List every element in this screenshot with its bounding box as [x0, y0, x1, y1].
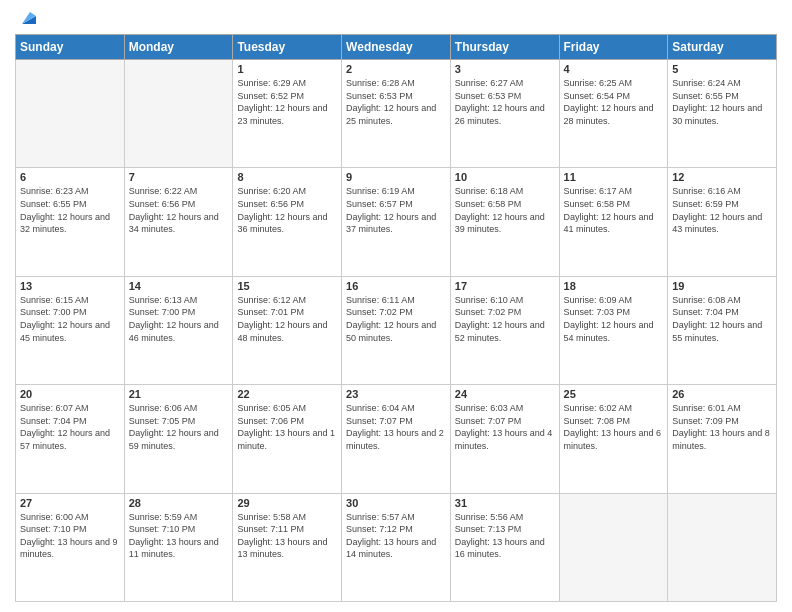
day-number: 11 — [564, 171, 664, 183]
day-number: 1 — [237, 63, 337, 75]
day-number: 12 — [672, 171, 772, 183]
calendar-cell: 25Sunrise: 6:02 AM Sunset: 7:08 PM Dayli… — [559, 385, 668, 493]
day-info: Sunrise: 6:09 AM Sunset: 7:03 PM Dayligh… — [564, 294, 664, 344]
day-info: Sunrise: 6:29 AM Sunset: 6:52 PM Dayligh… — [237, 77, 337, 127]
calendar-week-3: 13Sunrise: 6:15 AM Sunset: 7:00 PM Dayli… — [16, 276, 777, 384]
day-info: Sunrise: 6:18 AM Sunset: 6:58 PM Dayligh… — [455, 185, 555, 235]
calendar-cell: 22Sunrise: 6:05 AM Sunset: 7:06 PM Dayli… — [233, 385, 342, 493]
day-number: 9 — [346, 171, 446, 183]
calendar-cell: 8Sunrise: 6:20 AM Sunset: 6:56 PM Daylig… — [233, 168, 342, 276]
day-number: 21 — [129, 388, 229, 400]
day-info: Sunrise: 5:58 AM Sunset: 7:11 PM Dayligh… — [237, 511, 337, 561]
calendar-cell: 20Sunrise: 6:07 AM Sunset: 7:04 PM Dayli… — [16, 385, 125, 493]
logo-icon — [18, 6, 40, 28]
header — [15, 10, 777, 28]
calendar-cell — [559, 493, 668, 601]
calendar-cell: 24Sunrise: 6:03 AM Sunset: 7:07 PM Dayli… — [450, 385, 559, 493]
day-number: 20 — [20, 388, 120, 400]
day-info: Sunrise: 6:17 AM Sunset: 6:58 PM Dayligh… — [564, 185, 664, 235]
calendar-cell: 29Sunrise: 5:58 AM Sunset: 7:11 PM Dayli… — [233, 493, 342, 601]
weekday-header-thursday: Thursday — [450, 35, 559, 60]
day-info: Sunrise: 6:13 AM Sunset: 7:00 PM Dayligh… — [129, 294, 229, 344]
day-number: 17 — [455, 280, 555, 292]
day-number: 13 — [20, 280, 120, 292]
calendar-cell: 11Sunrise: 6:17 AM Sunset: 6:58 PM Dayli… — [559, 168, 668, 276]
day-info: Sunrise: 6:19 AM Sunset: 6:57 PM Dayligh… — [346, 185, 446, 235]
day-info: Sunrise: 6:15 AM Sunset: 7:00 PM Dayligh… — [20, 294, 120, 344]
day-number: 29 — [237, 497, 337, 509]
day-number: 6 — [20, 171, 120, 183]
day-info: Sunrise: 5:57 AM Sunset: 7:12 PM Dayligh… — [346, 511, 446, 561]
calendar-week-1: 1Sunrise: 6:29 AM Sunset: 6:52 PM Daylig… — [16, 60, 777, 168]
day-number: 3 — [455, 63, 555, 75]
day-info: Sunrise: 6:12 AM Sunset: 7:01 PM Dayligh… — [237, 294, 337, 344]
day-info: Sunrise: 6:23 AM Sunset: 6:55 PM Dayligh… — [20, 185, 120, 235]
day-number: 7 — [129, 171, 229, 183]
calendar-cell: 9Sunrise: 6:19 AM Sunset: 6:57 PM Daylig… — [342, 168, 451, 276]
calendar-week-5: 27Sunrise: 6:00 AM Sunset: 7:10 PM Dayli… — [16, 493, 777, 601]
day-number: 27 — [20, 497, 120, 509]
calendar-cell: 19Sunrise: 6:08 AM Sunset: 7:04 PM Dayli… — [668, 276, 777, 384]
day-number: 31 — [455, 497, 555, 509]
day-number: 30 — [346, 497, 446, 509]
day-number: 10 — [455, 171, 555, 183]
day-info: Sunrise: 6:27 AM Sunset: 6:53 PM Dayligh… — [455, 77, 555, 127]
calendar-cell: 30Sunrise: 5:57 AM Sunset: 7:12 PM Dayli… — [342, 493, 451, 601]
day-number: 28 — [129, 497, 229, 509]
day-info: Sunrise: 6:05 AM Sunset: 7:06 PM Dayligh… — [237, 402, 337, 452]
calendar-cell: 12Sunrise: 6:16 AM Sunset: 6:59 PM Dayli… — [668, 168, 777, 276]
day-number: 24 — [455, 388, 555, 400]
calendar-cell: 10Sunrise: 6:18 AM Sunset: 6:58 PM Dayli… — [450, 168, 559, 276]
day-info: Sunrise: 6:00 AM Sunset: 7:10 PM Dayligh… — [20, 511, 120, 561]
day-number: 8 — [237, 171, 337, 183]
weekday-header-wednesday: Wednesday — [342, 35, 451, 60]
calendar-week-4: 20Sunrise: 6:07 AM Sunset: 7:04 PM Dayli… — [16, 385, 777, 493]
calendar-cell: 31Sunrise: 5:56 AM Sunset: 7:13 PM Dayli… — [450, 493, 559, 601]
day-number: 26 — [672, 388, 772, 400]
day-number: 14 — [129, 280, 229, 292]
calendar-cell: 16Sunrise: 6:11 AM Sunset: 7:02 PM Dayli… — [342, 276, 451, 384]
day-info: Sunrise: 6:01 AM Sunset: 7:09 PM Dayligh… — [672, 402, 772, 452]
day-info: Sunrise: 5:56 AM Sunset: 7:13 PM Dayligh… — [455, 511, 555, 561]
weekday-header-tuesday: Tuesday — [233, 35, 342, 60]
weekday-header-saturday: Saturday — [668, 35, 777, 60]
logo — [15, 10, 40, 28]
calendar-header-row: SundayMondayTuesdayWednesdayThursdayFrid… — [16, 35, 777, 60]
day-info: Sunrise: 6:11 AM Sunset: 7:02 PM Dayligh… — [346, 294, 446, 344]
weekday-header-sunday: Sunday — [16, 35, 125, 60]
calendar-cell: 1Sunrise: 6:29 AM Sunset: 6:52 PM Daylig… — [233, 60, 342, 168]
page: SundayMondayTuesdayWednesdayThursdayFrid… — [0, 0, 792, 612]
calendar-cell — [124, 60, 233, 168]
day-number: 18 — [564, 280, 664, 292]
weekday-header-friday: Friday — [559, 35, 668, 60]
day-number: 2 — [346, 63, 446, 75]
calendar-cell: 6Sunrise: 6:23 AM Sunset: 6:55 PM Daylig… — [16, 168, 125, 276]
day-number: 4 — [564, 63, 664, 75]
calendar-cell — [668, 493, 777, 601]
calendar-cell: 5Sunrise: 6:24 AM Sunset: 6:55 PM Daylig… — [668, 60, 777, 168]
day-number: 25 — [564, 388, 664, 400]
day-number: 15 — [237, 280, 337, 292]
day-info: Sunrise: 6:28 AM Sunset: 6:53 PM Dayligh… — [346, 77, 446, 127]
day-number: 19 — [672, 280, 772, 292]
calendar-cell: 21Sunrise: 6:06 AM Sunset: 7:05 PM Dayli… — [124, 385, 233, 493]
calendar-cell: 18Sunrise: 6:09 AM Sunset: 7:03 PM Dayli… — [559, 276, 668, 384]
weekday-header-monday: Monday — [124, 35, 233, 60]
day-info: Sunrise: 6:10 AM Sunset: 7:02 PM Dayligh… — [455, 294, 555, 344]
day-number: 22 — [237, 388, 337, 400]
calendar-cell: 14Sunrise: 6:13 AM Sunset: 7:00 PM Dayli… — [124, 276, 233, 384]
day-info: Sunrise: 6:07 AM Sunset: 7:04 PM Dayligh… — [20, 402, 120, 452]
calendar-cell: 26Sunrise: 6:01 AM Sunset: 7:09 PM Dayli… — [668, 385, 777, 493]
day-info: Sunrise: 6:08 AM Sunset: 7:04 PM Dayligh… — [672, 294, 772, 344]
calendar-table: SundayMondayTuesdayWednesdayThursdayFrid… — [15, 34, 777, 602]
calendar-cell: 17Sunrise: 6:10 AM Sunset: 7:02 PM Dayli… — [450, 276, 559, 384]
day-info: Sunrise: 6:22 AM Sunset: 6:56 PM Dayligh… — [129, 185, 229, 235]
day-number: 5 — [672, 63, 772, 75]
calendar-cell: 4Sunrise: 6:25 AM Sunset: 6:54 PM Daylig… — [559, 60, 668, 168]
day-info: Sunrise: 6:03 AM Sunset: 7:07 PM Dayligh… — [455, 402, 555, 452]
day-info: Sunrise: 6:06 AM Sunset: 7:05 PM Dayligh… — [129, 402, 229, 452]
day-info: Sunrise: 6:25 AM Sunset: 6:54 PM Dayligh… — [564, 77, 664, 127]
day-info: Sunrise: 6:16 AM Sunset: 6:59 PM Dayligh… — [672, 185, 772, 235]
calendar-cell: 2Sunrise: 6:28 AM Sunset: 6:53 PM Daylig… — [342, 60, 451, 168]
calendar-cell: 3Sunrise: 6:27 AM Sunset: 6:53 PM Daylig… — [450, 60, 559, 168]
